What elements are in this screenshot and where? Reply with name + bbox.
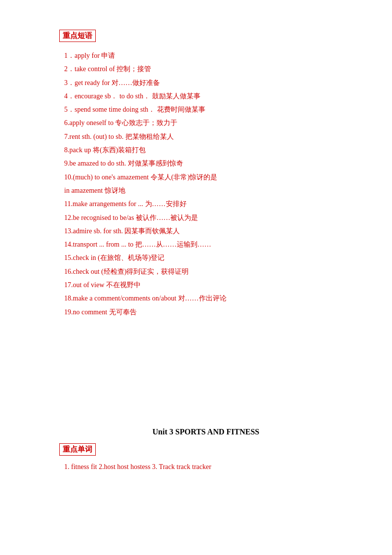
phrase-item-9: 9.be amazed to do sth. 对做某事感到惊奇 <box>59 157 353 170</box>
phrase-item-10: 10.(much) to one's amazement 令某人(非常)惊讶的是 <box>59 171 353 184</box>
section-vocab: 重点单词 1. fitness fit 2.host host hostess … <box>59 443 353 473</box>
section-phrases: 重点短语 1．apply for 申请2．take control of 控制；… <box>59 30 353 319</box>
phrase-item-1: 1．apply for 申请 <box>59 49 353 62</box>
phrase-item-16: 16.check out (经检查)得到证实，获得证明 <box>59 265 353 278</box>
phrase-item-4: 4．encourage sb． to do sth． 鼓励某人做某事 <box>59 89 353 103</box>
phrase-item-8: 8.pack up 将(东西)装箱打包 <box>59 143 353 157</box>
spacer <box>59 319 353 427</box>
phrase-item-18: 18.make a comment/comments on/about 对……作… <box>59 292 353 305</box>
page: 重点短语 1．apply for 申请2．take control of 控制；… <box>0 0 392 555</box>
phrase-item-5: 5．spend some time doing sth． 花费时间做某事 <box>59 103 353 116</box>
phrase-item-13: 13.admire sb. for sth. 因某事而钦佩某人 <box>59 224 353 238</box>
phrase-item-19: 19.no comment 无可奉告 <box>59 305 353 319</box>
phrase-item-3: 3．get ready for 对……做好准备 <box>59 76 353 89</box>
phrase-item-2: 2．take control of 控制；接管 <box>59 62 353 76</box>
phrase-item-14: 14.transport ... from ... to 把……从……运输到…… <box>59 238 353 251</box>
vocab-row-1: 1. fitness fit 2.host host hostess 3. Tr… <box>59 461 353 473</box>
phrase-item-11: 11.make arrangements for ... 为……安排好 <box>59 197 353 211</box>
phrase-item-15: 15.check in (在旅馆、机场等)登记 <box>59 251 353 264</box>
section-phrases-header: 重点短语 <box>59 30 96 42</box>
unit-title: Unit 3 SPORTS AND FITNESS <box>59 427 353 436</box>
phrase-item-7: 7.rent sth. (out) to sb. 把某物租给某人 <box>59 130 353 143</box>
phrase-list: 1．apply for 申请2．take control of 控制；接管3．g… <box>59 49 353 319</box>
phrase-item-10b: in amazement 惊讶地 <box>59 184 353 197</box>
phrase-item-12: 12.be recognised to be/as 被认作……被认为是 <box>59 211 353 224</box>
phrase-item-6: 6.apply oneself to 专心致志于；致力于 <box>59 116 353 129</box>
section-vocab-header: 重点单词 <box>59 443 96 456</box>
phrase-item-17: 17.out of view 不在视野中 <box>59 278 353 292</box>
